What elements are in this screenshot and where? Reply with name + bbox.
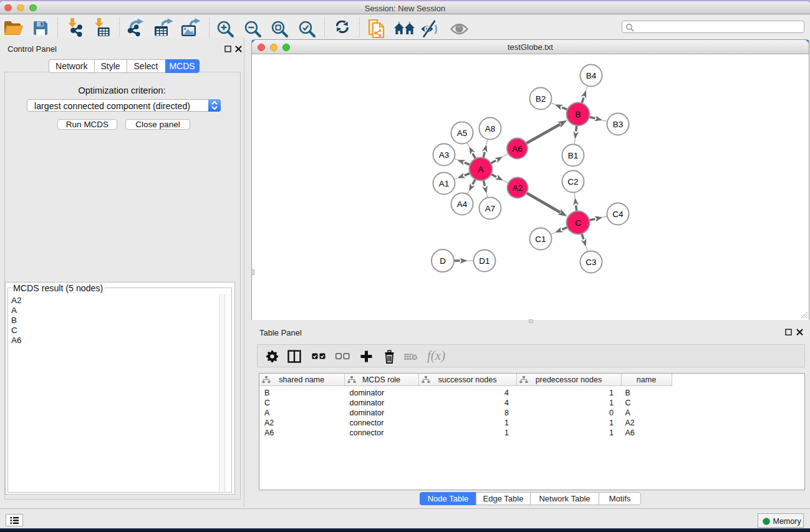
svg-text:A3: A3 xyxy=(439,150,450,160)
svg-text:C2: C2 xyxy=(567,177,578,186)
svg-text:C3: C3 xyxy=(586,258,596,267)
svg-text:B1: B1 xyxy=(568,151,579,160)
svg-text:D: D xyxy=(440,256,446,266)
svg-text:B3: B3 xyxy=(613,120,624,129)
svg-text:D1: D1 xyxy=(479,256,489,266)
svg-text:A5: A5 xyxy=(457,128,468,138)
svg-text:B2: B2 xyxy=(536,94,546,104)
svg-text:C1: C1 xyxy=(535,235,546,244)
svg-text:A6: A6 xyxy=(512,144,523,153)
svg-text:B: B xyxy=(575,110,581,119)
svg-text:C4: C4 xyxy=(612,210,624,219)
svg-text:C: C xyxy=(575,218,581,228)
svg-text:A: A xyxy=(478,165,483,174)
svg-text:A8: A8 xyxy=(485,124,496,133)
svg-text:A2: A2 xyxy=(513,183,523,193)
svg-text:A4: A4 xyxy=(457,200,468,209)
svg-text:A1: A1 xyxy=(439,179,450,188)
svg-text:B4: B4 xyxy=(586,71,597,80)
svg-text:A7: A7 xyxy=(485,204,496,213)
